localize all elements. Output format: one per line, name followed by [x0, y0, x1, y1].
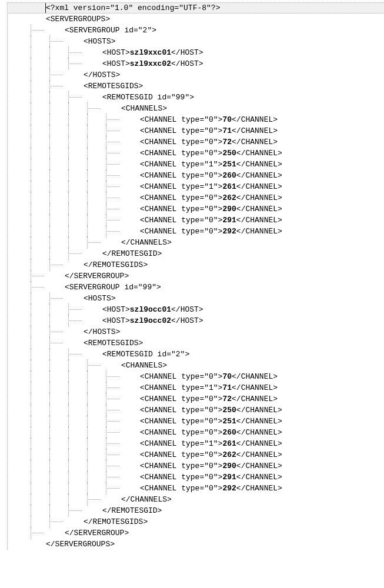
- xml-text: <CHANNEL type="0">290</CHANNEL>: [140, 205, 282, 213]
- channel-line: <CHANNEL type="0">290</CHANNEL>: [8, 203, 384, 215]
- channel-line: <CHANNEL type="0">291</CHANNEL>: [8, 215, 384, 226]
- hosts-open: <HOSTS>: [8, 36, 384, 47]
- xml-text: <CHANNEL type="1">251</CHANNEL>: [140, 160, 282, 169]
- xml-text: <CHANNEL type="0">260</CHANNEL>: [140, 171, 282, 180]
- xml-text: <CHANNELS>: [121, 104, 167, 113]
- channel-line: <CHANNEL type="0">262</CHANNEL>: [8, 449, 384, 460]
- channel-line: <CHANNEL type="1">261</CHANNEL>: [8, 438, 384, 449]
- xml-text: <REMOTESGIDS>: [84, 339, 143, 348]
- xml-text: <CHANNEL type="0">70</CHANNEL>: [140, 372, 278, 381]
- xml-text: <CHANNEL type="0">71</CHANNEL>: [140, 126, 278, 135]
- xml-text: <HOST>szl9occ01</HOST>: [102, 305, 203, 314]
- xml-text: <CHANNEL type="0">72</CHANNEL>: [140, 138, 278, 146]
- hosts-close: </HOSTS>: [8, 326, 384, 338]
- xml-code-block: <?xml version="1.0" encoding="UTF-8"?><S…: [0, 0, 384, 552]
- xml-text: <REMOTESGIDS>: [84, 82, 143, 91]
- servergroups-open: <SERVERGROUPS>: [8, 14, 384, 25]
- remotesgids-close: </REMOTESGIDS>: [8, 259, 384, 270]
- channels-close: </CHANNELS>: [8, 237, 384, 248]
- xml-text: <CHANNEL type="0">250</CHANNEL>: [140, 406, 282, 415]
- xml-text: <CHANNEL type="1">261</CHANNEL>: [140, 182, 282, 191]
- xml-text: </CHANNELS>: [121, 495, 172, 504]
- xml-declaration-line: <?xml version="1.0" encoding="UTF-8"?>: [8, 2, 384, 14]
- remotesgid-open: <REMOTESGID id="99">: [8, 92, 384, 103]
- remotesgid-close: </REMOTESGID>: [8, 248, 384, 259]
- channel-line: <CHANNEL type="0">260</CHANNEL>: [8, 170, 384, 181]
- servergroup-open: <SERVERGROUP id="2">: [8, 25, 384, 36]
- channel-line: <CHANNEL type="0">292</CHANNEL>: [8, 483, 384, 494]
- remotesgid-close: </REMOTESGID>: [8, 505, 384, 516]
- xml-text: <SERVERGROUP id="99">: [65, 283, 161, 292]
- xml-text: </CHANNELS>: [121, 238, 172, 247]
- xml-text: <CHANNEL type="0">70</CHANNEL>: [140, 115, 278, 124]
- xml-render-area: <?xml version="1.0" encoding="UTF-8"?><S…: [7, 2, 384, 550]
- host-line: <HOST>szl9occ02</HOST>: [8, 315, 384, 326]
- xml-text: </HOSTS>: [84, 71, 120, 79]
- channel-line: <CHANNEL type="0">292</CHANNEL>: [8, 226, 384, 237]
- servergroup-close: </SERVERGROUP>: [8, 527, 384, 539]
- xml-text: <CHANNEL type="0">292</CHANNEL>: [140, 227, 282, 236]
- xml-text: <CHANNEL type="0">291</CHANNEL>: [140, 473, 282, 482]
- remotesgids-open: <REMOTESGIDS>: [8, 338, 384, 349]
- channel-line: <CHANNEL type="0">250</CHANNEL>: [8, 405, 384, 416]
- xml-text: <HOST>szl9xxc02</HOST>: [102, 59, 203, 68]
- xml-text: <CHANNEL type="1">261</CHANNEL>: [140, 439, 282, 448]
- channel-line: <CHANNEL type="0">290</CHANNEL>: [8, 460, 384, 472]
- xml-text: <HOSTS>: [84, 294, 116, 303]
- xml-text: <CHANNEL type="0">251</CHANNEL>: [140, 417, 282, 426]
- xml-text: <REMOTESGID id="99">: [102, 93, 194, 102]
- xml-text: <CHANNEL type="0">262</CHANNEL>: [140, 450, 282, 459]
- channel-line: <CHANNEL type="1">251</CHANNEL>: [8, 159, 384, 170]
- host-line: <HOST>szl9xxc02</HOST>: [8, 58, 384, 69]
- host-line: <HOST>szl9xxc01</HOST>: [8, 47, 384, 58]
- channel-line: <CHANNEL type="1">261</CHANNEL>: [8, 181, 384, 192]
- xml-text: <SERVERGROUPS>: [46, 15, 110, 24]
- xml-text: </SERVERGROUPS>: [46, 540, 115, 549]
- xml-text: <HOSTS>: [84, 37, 116, 46]
- xml-text: <CHANNEL type="0">290</CHANNEL>: [140, 462, 282, 470]
- xml-text: <REMOTESGID id="2">: [102, 350, 189, 359]
- channel-line: <CHANNEL type="0">70</CHANNEL>: [8, 114, 384, 125]
- channel-line: <CHANNEL type="0">260</CHANNEL>: [8, 427, 384, 438]
- xml-text: <CHANNEL type="1">71</CHANNEL>: [140, 383, 278, 392]
- xml-text: </SERVERGROUP>: [65, 272, 129, 280]
- remotesgids-open: <REMOTESGIDS>: [8, 81, 384, 92]
- xml-text: </SERVERGROUP>: [65, 529, 129, 537]
- channel-line: <CHANNEL type="0">72</CHANNEL>: [8, 136, 384, 148]
- channel-line: <CHANNEL type="0">291</CHANNEL>: [8, 472, 384, 483]
- remotesgids-close: </REMOTESGIDS>: [8, 516, 384, 527]
- xml-text: <CHANNEL type="0">292</CHANNEL>: [140, 484, 282, 493]
- servergroup-close: </SERVERGROUP>: [8, 270, 384, 282]
- host-line: <HOST>szl9occ01</HOST>: [8, 304, 384, 315]
- xml-text: <CHANNEL type="0">260</CHANNEL>: [140, 428, 282, 437]
- xml-text: <SERVERGROUP id="2">: [65, 26, 156, 35]
- channel-line: <CHANNEL type="0">251</CHANNEL>: [8, 416, 384, 427]
- channels-open: <CHANNELS>: [8, 360, 384, 371]
- hosts-close: </HOSTS>: [8, 69, 384, 81]
- xml-text: <CHANNEL type="0">72</CHANNEL>: [140, 395, 278, 403]
- xml-text: </HOSTS>: [84, 328, 120, 336]
- xml-text: <CHANNELS>: [121, 361, 167, 370]
- hosts-open: <HOSTS>: [8, 293, 384, 304]
- channel-line: <CHANNEL type="1">71</CHANNEL>: [8, 382, 384, 393]
- xml-declaration: <?xml version="1.0" encoding="UTF-8"?>: [46, 4, 220, 12]
- channel-line: <CHANNEL type="0">72</CHANNEL>: [8, 393, 384, 405]
- remotesgid-open: <REMOTESGID id="2">: [8, 349, 384, 360]
- channel-line: <CHANNEL type="0">262</CHANNEL>: [8, 192, 384, 203]
- xml-text: <CHANNEL type="0">291</CHANNEL>: [140, 216, 282, 225]
- servergroup-open: <SERVERGROUP id="99">: [8, 282, 384, 293]
- xml-text: </REMOTESGIDS>: [84, 517, 148, 526]
- xml-text: <CHANNEL type="0">250</CHANNEL>: [140, 149, 282, 158]
- xml-text: <CHANNEL type="0">262</CHANNEL>: [140, 193, 282, 202]
- servergroups-close: </SERVERGROUPS>: [8, 539, 384, 550]
- xml-text: </REMOTESGIDS>: [84, 260, 148, 269]
- xml-text: <HOST>szl9occ02</HOST>: [102, 316, 203, 325]
- xml-text: </REMOTESGID>: [102, 249, 162, 258]
- xml-text: <HOST>szl9xxc01</HOST>: [102, 48, 203, 57]
- channel-line: <CHANNEL type="0">250</CHANNEL>: [8, 148, 384, 159]
- channel-line: <CHANNEL type="0">70</CHANNEL>: [8, 371, 384, 382]
- xml-text: </REMOTESGID>: [102, 506, 162, 515]
- channel-line: <CHANNEL type="0">71</CHANNEL>: [8, 125, 384, 136]
- channels-open: <CHANNELS>: [8, 103, 384, 114]
- channels-close: </CHANNELS>: [8, 494, 384, 505]
